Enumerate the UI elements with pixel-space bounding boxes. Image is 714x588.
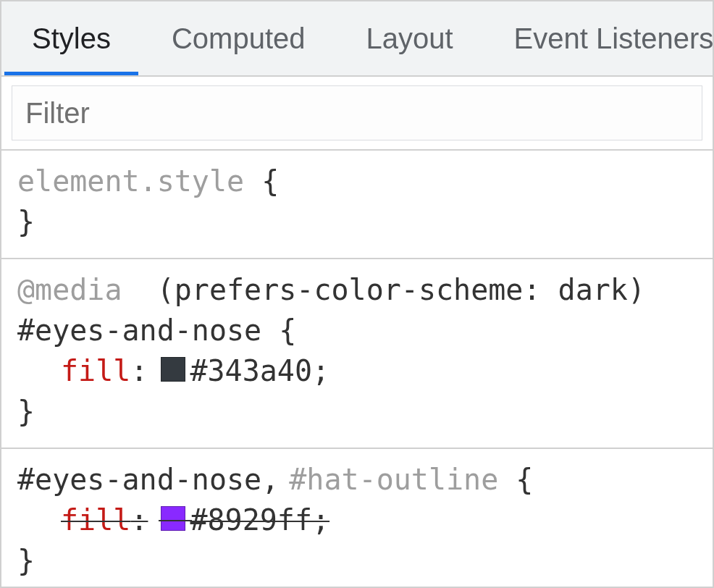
css-rule[interactable]: @media (prefers-color-scheme: dark) #eye…: [1, 259, 713, 449]
tab-layout[interactable]: Layout: [336, 1, 484, 75]
filter-input[interactable]: [12, 85, 702, 140]
css-selector[interactable]: #eyes-and-nose {: [17, 310, 697, 350]
color-swatch-icon[interactable]: [161, 506, 185, 531]
css-selector[interactable]: #eyes-and-nose, #hat-outline {: [17, 459, 697, 500]
css-rule[interactable]: #eyes-and-nose, #hat-outline { fill: #89…: [1, 449, 713, 588]
tab-event-listeners[interactable]: Event Listeners: [484, 1, 713, 75]
tabs-bar: Styles Computed Layout Event Listeners: [1, 1, 713, 77]
media-condition-text: (prefers-color-scheme: dark): [157, 273, 645, 306]
css-rule[interactable]: element.style { }: [1, 151, 713, 259]
styles-rules-list: element.style { } @media (prefers-color-…: [1, 151, 713, 588]
colon: :: [130, 500, 148, 540]
colon: :: [130, 350, 148, 391]
selector-part: #hat-outline: [289, 459, 498, 500]
tab-computed[interactable]: Computed: [141, 1, 336, 75]
selector-part: #eyes-and-nose: [17, 310, 261, 350]
css-declaration-overridden[interactable]: fill: #8929ff;: [17, 500, 697, 540]
color-swatch-icon[interactable]: [161, 357, 185, 382]
at-rule-keyword: @media: [17, 273, 122, 306]
filter-bar: [1, 77, 713, 151]
semicolon: ;: [312, 350, 329, 391]
open-brace: {: [498, 459, 533, 500]
close-brace: }: [17, 395, 35, 428]
close-brace: }: [17, 205, 35, 238]
css-declaration[interactable]: fill: #343a40;: [17, 350, 697, 391]
css-property[interactable]: fill: [61, 500, 130, 540]
css-property[interactable]: fill: [61, 350, 130, 391]
selector-part: element.style: [17, 161, 244, 201]
open-brace: {: [244, 161, 279, 201]
selector-comma: ,: [261, 459, 279, 500]
media-condition: [140, 273, 157, 306]
semicolon: ;: [312, 500, 329, 540]
css-value[interactable]: #343a40: [190, 350, 312, 391]
selector-part: #eyes-and-nose: [17, 459, 261, 500]
open-brace: {: [261, 310, 296, 350]
close-brace: }: [17, 544, 35, 577]
tab-styles[interactable]: Styles: [1, 1, 141, 75]
css-value[interactable]: #8929ff: [190, 500, 312, 540]
css-media-rule: @media (prefers-color-scheme: dark): [17, 269, 697, 310]
css-selector[interactable]: element.style {: [17, 161, 697, 201]
